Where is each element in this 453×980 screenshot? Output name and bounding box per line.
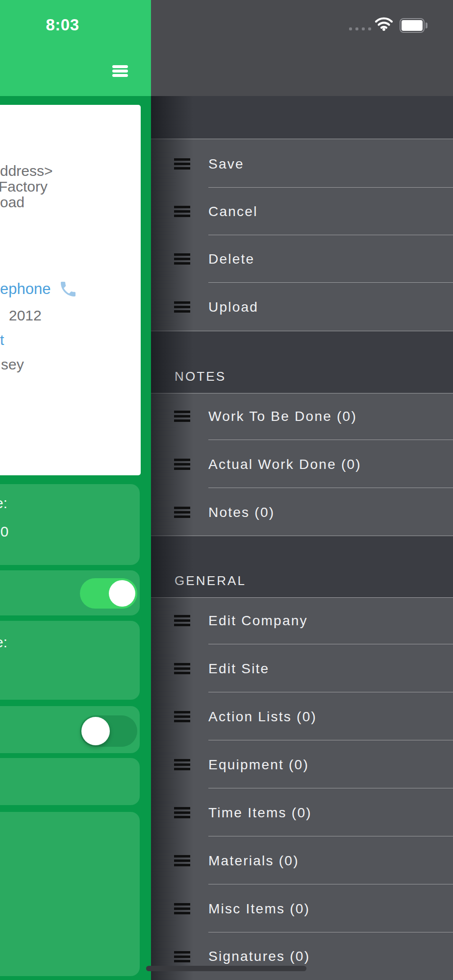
section-band-notes: NOTES <box>151 331 453 393</box>
menu-item-edit-company[interactable]: Edit Company <box>151 597 453 644</box>
menu-item-misc-items[interactable]: Misc Items (0) <box>151 885 453 932</box>
site-link-fragment[interactable]: t <box>0 332 4 348</box>
menu-item-upload[interactable]: Upload <box>151 283 453 331</box>
field-value: 20 <box>0 523 8 540</box>
cellular-dots-icon <box>349 27 371 30</box>
site-address-line: Factory <box>0 179 48 195</box>
toggle-knob <box>109 580 135 607</box>
toggle-knob <box>81 717 110 745</box>
menu-item-edit-site[interactable]: Edit Site <box>151 645 453 692</box>
field-card[interactable] <box>0 484 140 565</box>
toggle-switch-on[interactable] <box>80 578 137 609</box>
menu-item-action-lists[interactable]: Action Lists (0) <box>151 693 453 740</box>
toggle-switch-off[interactable] <box>80 715 137 747</box>
site-address-line: oad <box>0 195 25 210</box>
menu-item-time-items[interactable]: Time Items (0) <box>151 789 453 836</box>
panel-top-strip <box>151 0 453 96</box>
menu-item-label: Signatures (0) <box>208 949 310 964</box>
menu-item-label: Save <box>208 156 244 172</box>
menu-item-label: Delete <box>208 251 254 267</box>
section-band-general: GENERAL <box>151 536 453 598</box>
status-bar-time: 8:03 <box>27 16 98 34</box>
menu-item-label: Time Items (0) <box>208 805 312 821</box>
slideout-menu-panel: Save Cancel Delete Upload NOTES Work To … <box>151 0 453 980</box>
app-screen: ddress> Factory oad ephone 2012 t sey e:… <box>0 0 453 980</box>
menu-item-equipment[interactable]: Equipment (0) <box>151 741 453 788</box>
menu-item-label: Work To Be Done (0) <box>208 409 357 424</box>
menu-item-notes[interactable]: Notes (0) <box>151 489 453 536</box>
home-indicator[interactable] <box>146 966 306 971</box>
phone-icon <box>58 279 78 299</box>
left-app-layer: ddress> Factory oad ephone 2012 t sey e:… <box>0 0 151 980</box>
field-label: e: <box>0 634 7 651</box>
hamburger-icon[interactable] <box>112 65 128 78</box>
battery-tip <box>426 23 428 28</box>
menu-item-label: Action Lists (0) <box>208 709 317 725</box>
field-card[interactable] <box>0 812 140 976</box>
site-year-text: 2012 <box>9 308 42 323</box>
site-address-line: ddress> <box>0 163 53 179</box>
battery-fill <box>402 20 423 31</box>
section-band <box>151 96 453 139</box>
menu-item-label: Equipment (0) <box>208 757 309 773</box>
battery-icon <box>400 18 425 33</box>
field-card[interactable] <box>0 758 140 805</box>
panel-edge-shadow <box>151 96 193 980</box>
menu-item-label: Materials (0) <box>208 853 299 869</box>
menu-item-label: Actual Work Done (0) <box>208 457 361 472</box>
menu-item-cancel[interactable]: Cancel <box>151 188 453 235</box>
menu-item-label: Edit Site <box>208 661 269 677</box>
telephone-link-label: ephone <box>0 280 50 298</box>
menu-item-label: Misc Items (0) <box>208 901 310 917</box>
site-details-card: ddress> Factory oad ephone 2012 t sey <box>0 105 141 475</box>
menu-item-save[interactable]: Save <box>151 140 453 188</box>
menu-item-materials[interactable]: Materials (0) <box>151 837 453 884</box>
menu-item-actual-work-done[interactable]: Actual Work Done (0) <box>151 441 453 488</box>
menu-item-delete[interactable]: Delete <box>151 235 453 283</box>
field-label: e: <box>0 495 7 512</box>
menu-item-label: Edit Company <box>208 613 308 629</box>
menu-item-signatures[interactable]: Signatures (0) <box>151 933 453 980</box>
menu-item-label: Cancel <box>208 204 258 220</box>
app-header: 8:03 <box>0 0 151 96</box>
menu-item-label: Upload <box>208 299 258 315</box>
field-card[interactable] <box>0 621 140 700</box>
menu-item-work-to-be-done[interactable]: Work To Be Done (0) <box>151 392 453 440</box>
wifi-icon <box>374 16 394 31</box>
menu-item-label: Notes (0) <box>208 505 275 520</box>
site-county-text: sey <box>1 357 24 372</box>
telephone-link[interactable]: ephone <box>0 279 78 299</box>
